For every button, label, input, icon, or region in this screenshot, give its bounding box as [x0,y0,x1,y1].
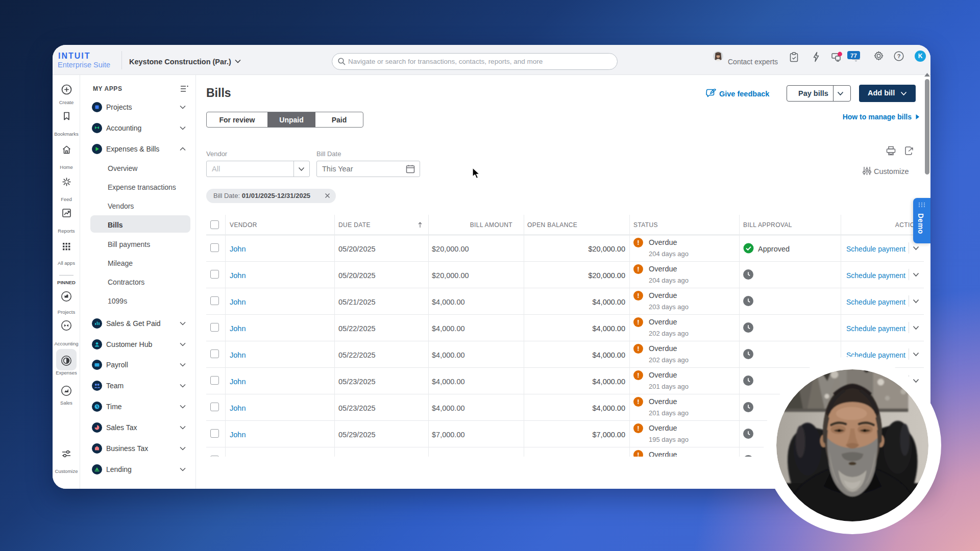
svg-text:77: 77 [850,53,857,59]
svg-text:?: ? [897,53,901,59]
